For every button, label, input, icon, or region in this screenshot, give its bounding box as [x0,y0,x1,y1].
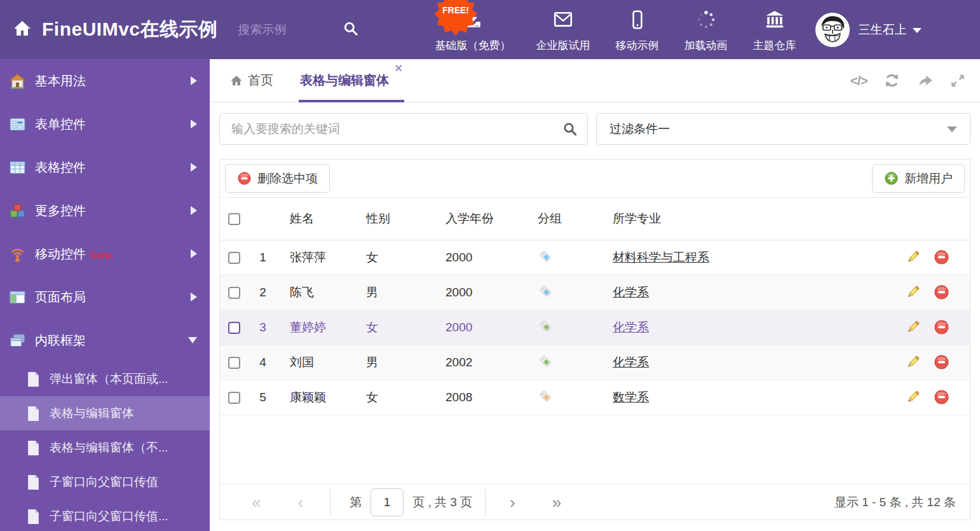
header-nav-label: 企业版试用 [536,38,590,53]
divider [485,488,486,516]
sidebar-item-label: 内联框架 [35,332,86,349]
last-page-button[interactable]: » [552,494,561,511]
row-number: 5 [248,380,277,415]
keyword-search-box [219,113,588,145]
table-header-row: 姓名 性别 入学年份 分组 所学专业 [220,198,970,240]
header-nav-item[interactable]: 主题仓库 [753,10,796,53]
sidebar-item[interactable]: 表单控件 [0,102,210,146]
edit-icon[interactable] [905,284,921,300]
sidebar-item[interactable]: 表格控件 [0,146,210,189]
sidebar-subitem[interactable]: 子窗口向父窗口传值... [0,499,210,531]
column-header-year[interactable]: 入学年份 [433,198,525,240]
row-checkbox[interactable] [228,252,240,264]
users-table: 姓名 性别 入学年份 分组 所学专业 1 张萍萍 女 2000 [220,198,970,415]
page-number-input[interactable] [371,488,404,516]
close-icon[interactable]: ✕ [395,64,403,74]
column-header-gender[interactable]: 性别 [353,198,433,240]
major-link[interactable]: 材料科学与工程系 [613,251,709,264]
major-link[interactable]: 化学系 [613,355,649,369]
sidebar-subitem[interactable]: 表格与编辑窗体 [0,396,210,431]
prev-page-button[interactable]: ‹ [297,494,303,511]
table-row[interactable]: 1 张萍萍 女 2000 材料科学与工程系 [220,240,970,275]
delete-icon[interactable] [934,284,949,300]
edit-icon[interactable] [905,319,921,335]
bank-icon [765,10,785,32]
row-checkbox[interactable] [228,357,240,369]
sidebar-subitem[interactable]: 表格与编辑窗体（不... [0,431,210,465]
table-row[interactable]: 4 刘国 男 2002 化学系 [220,345,970,380]
table-row[interactable]: 2 陈飞 男 2000 化学系 [220,275,970,310]
chevron-right-icon [191,120,197,128]
next-page-button[interactable]: › [510,494,515,511]
header-nav-item[interactable]: 移动示例 [616,10,659,53]
search-icon[interactable] [553,114,587,144]
cell-year: 2002 [433,345,525,380]
row-checkbox[interactable] [228,287,240,299]
main-panel: 首页 表格与编辑窗体 ✕ </> [210,59,980,531]
tab-home[interactable]: 首页 [230,72,273,89]
column-header-group[interactable]: 分组 [525,198,600,240]
major-link[interactable]: 化学系 [613,286,649,299]
minus-circle-icon [237,171,252,186]
major-link[interactable]: 化学系 [613,321,649,334]
row-checkbox[interactable] [228,322,240,334]
major-link[interactable]: 数学系 [613,390,649,404]
delete-selected-button[interactable]: 删除选中项 [225,164,330,193]
sidebar-item[interactable]: 页面布局 [0,275,210,319]
search-icon[interactable] [343,20,359,39]
column-header-name[interactable]: 姓名 [277,198,353,240]
table-row[interactable]: 5 康颖颖 女 2008 数学系 [220,380,970,415]
app-title: FineUIMvc在线示例 [42,17,218,43]
header-nav-item[interactable]: 加载动画 [684,10,728,53]
header-nav-label: 基础版（免费） [435,38,511,53]
tab-active-underline [299,100,404,102]
header-search-input[interactable] [238,23,334,37]
sidebar-item[interactable]: 基本用法 [0,59,210,102]
sidebar-item[interactable]: 内联框架 [0,319,210,362]
refresh-icon[interactable] [883,72,901,89]
home-icon[interactable] [13,19,32,41]
row-checkbox[interactable] [228,392,240,404]
avatar[interactable] [815,13,850,47]
keyword-search-input[interactable] [220,122,553,136]
home-icon [230,74,243,87]
sidebar-item-label: 移动控件 [35,245,86,263]
file-icon [27,406,40,422]
sidebar-item[interactable]: 移动控件 Corp. [0,232,210,275]
edit-icon[interactable] [905,389,921,405]
filter-dropdown[interactable]: 过滤条件一 [596,113,970,145]
sidebar-subitem[interactable]: 子窗口向父窗口传值 [0,465,210,499]
select-all-checkbox[interactable] [228,213,240,225]
tag-icon [538,358,554,371]
file-icon [27,371,40,387]
expand-icon[interactable] [949,72,966,89]
layout-icon [9,289,26,306]
sidebar-item-label: 更多控件 [35,202,86,219]
spinner-icon [696,10,716,32]
house-icon [9,72,26,90]
edit-icon[interactable] [905,249,921,265]
first-page-button[interactable]: « [252,494,261,511]
delete-icon[interactable] [934,389,949,405]
sidebar-item[interactable]: 更多控件 [0,189,210,232]
source-code-icon[interactable]: </> [850,73,868,88]
cell-name: 康颖颖 [277,380,353,415]
tab-active[interactable]: 表格与编辑窗体 ✕ [299,59,404,102]
header-nav-item[interactable]: 企业版试用 [536,10,590,53]
user-menu[interactable]: 三生石上 [859,22,922,38]
tag-icon [538,288,554,301]
edit-icon[interactable] [905,354,921,370]
sidebar-item-label: 页面布局 [35,289,86,306]
table-row[interactable]: 3 董婷婷 女 2000 化学系 [220,310,970,345]
column-header-major[interactable]: 所学专业 [600,198,900,240]
add-user-button[interactable]: 新增用户 [872,164,965,193]
delete-icon[interactable] [934,249,949,265]
share-icon[interactable] [916,72,934,89]
tab-tools: </> [850,72,966,89]
delete-icon[interactable] [934,354,949,370]
sidebar-subitem-label: 表格与编辑窗体 [50,405,134,422]
delete-icon[interactable] [934,319,949,335]
sidebar-subitem[interactable]: 弹出窗体（本页面或... [0,362,210,396]
chevron-down-icon [188,337,197,343]
cell-name: 张萍萍 [277,240,353,275]
